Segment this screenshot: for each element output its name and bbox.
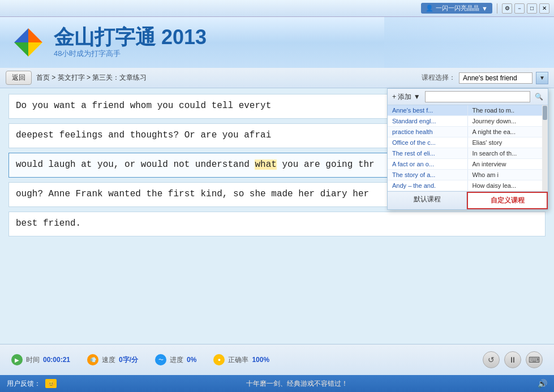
progress-icon: 〜 [155, 354, 166, 365]
logo-text: 金山打字通 2013 48小时成为打字高手 [54, 26, 207, 59]
dropdown-cell-left-2: practice health [388, 127, 468, 137]
svg-marker-1 [28, 28, 42, 42]
title-bar: 👤 一闪一闪亮晶晶 ▼ ⚙ － □ ✕ [0, 0, 554, 17]
svg-marker-4 [14, 28, 28, 42]
dropdown-list: Anne's best f... The road to m.. Standar… [388, 105, 548, 191]
accuracy-label: 正确率 [228, 355, 248, 365]
close-btn[interactable]: ✕ [539, 3, 549, 14]
progress-value: 0% [187, 356, 196, 364]
dropdown-cell-right-2: A night the ea... [468, 127, 548, 137]
text-content-5: best friend. [16, 218, 81, 229]
dropdown-item-7[interactable]: Andy – the and. How daisy lea... [388, 180, 548, 191]
dropdown-cell-right-0: The road to m.. [468, 105, 548, 115]
dropdown-item-2[interactable]: practice health A night the ea... [388, 127, 548, 137]
text-content-1: Do you want a friend whom you could tell… [16, 101, 271, 111]
dropdown-item-1[interactable]: Standard engl... Journey down... [388, 116, 548, 127]
feedback-smiley: 😊 [48, 381, 54, 387]
app-subtitle: 48小时成为打字高手 [54, 49, 207, 59]
text-content-2: deepest feelings and thoughts? Or are yo… [16, 130, 271, 140]
app-logo [11, 25, 45, 59]
divider [497, 3, 497, 14]
text-content-4: ough? Anne Frank wanted the first kind, … [16, 189, 369, 199]
title-bar-controls: 👤 一闪一闪亮晶晶 ▼ ⚙ － □ ✕ [421, 3, 549, 14]
settings-btn[interactable]: ⚙ [502, 3, 512, 14]
accuracy-icon: ● [213, 354, 225, 365]
feedback-label: 用户反馈： [7, 379, 41, 389]
dropdown-footer: 默认课程 自定义课程 [388, 191, 548, 209]
progress-label: 进度 [170, 355, 183, 365]
dropdown-cell-right-5: An interview [468, 159, 548, 169]
back-button[interactable]: 返回 [6, 71, 32, 85]
status-speed: 💨 速度 0字/分 [87, 354, 138, 365]
dropdown-item-0[interactable]: Anne's best f... The road to m.. [388, 105, 548, 116]
speed-label: 速度 [102, 355, 115, 365]
pause-btn[interactable]: ⏸ [504, 351, 521, 368]
course-selector: 课程选择： ▼ [422, 72, 548, 84]
status-controls: ↺ ⏸ ⌨ [483, 351, 543, 368]
user-label: 一闪一闪亮晶晶 [436, 4, 479, 12]
dropdown-cell-right-4: In search of th... [468, 148, 548, 158]
course-dropdown-panel: + 添加 ▼ 🔍 Anne's best f... The road to m.… [387, 88, 548, 210]
dropdown-cell-right-1: Journey down... [468, 116, 548, 126]
maximize-btn[interactable]: □ [527, 3, 537, 14]
keyboard-btn[interactable]: ⌨ [526, 351, 543, 368]
dropdown-cell-left-0: Anne's best f... [388, 105, 468, 115]
dropdown-item-5[interactable]: A fact or an o... An interview [388, 159, 548, 170]
scrollbar-thumb [543, 106, 547, 120]
dropdown-cell-left-1: Standard engl... [388, 116, 468, 126]
custom-course-btn[interactable]: 自定义课程 [467, 192, 548, 209]
time-icon: ▶ [11, 354, 23, 365]
speed-value: 0字/分 [119, 355, 138, 365]
dropdown-toolbar: + 添加 ▼ 🔍 [388, 89, 548, 105]
course-dropdown-toggle[interactable]: ▼ [536, 72, 548, 84]
user-icon: 👤 [426, 5, 433, 12]
app-header: 金山打字通 2013 48小时成为打字高手 [0, 17, 554, 68]
main-content: Do you want a friend whom you could tell… [0, 88, 554, 344]
logo-container: 金山打字通 2013 48小时成为打字高手 [11, 25, 207, 59]
time-label: 时间 [26, 355, 40, 365]
accuracy-value: 100% [252, 356, 269, 364]
dropdown-cell-right-3: Elias' story [468, 137, 548, 148]
text-line-5: best friend. [8, 212, 546, 236]
add-course-btn[interactable]: + 添加 ▼ [392, 92, 420, 102]
course-selector-label: 课程选择： [422, 73, 456, 83]
minimize-btn[interactable]: － [514, 3, 525, 14]
dropdown-cell-left-6: The story of a... [388, 170, 468, 180]
course-select-input[interactable] [459, 72, 532, 84]
dropdown-cell-left-7: Andy – the and. [388, 180, 468, 191]
status-time: ▶ 时间 00:00:21 [11, 354, 70, 365]
bottom-slogan: 十年磨一剑、经典游戏不容错过！ [246, 379, 348, 389]
text-content-3: would laugh at you, or would not underst… [16, 160, 375, 170]
breadcrumb-text: 首页 > 英文打字 > 第三关：文章练习 [36, 74, 147, 81]
dropdown-cell-right-6: Who am i [468, 170, 548, 180]
time-value: 00:00:21 [43, 356, 70, 364]
default-course-btn[interactable]: 默认课程 [388, 192, 467, 209]
user-dropdown-arrow[interactable]: ▼ [482, 5, 488, 12]
user-badge: 👤 一闪一闪亮晶晶 ▼ [421, 3, 492, 14]
svg-marker-2 [28, 42, 42, 57]
dropdown-cell-right-7: How daisy lea... [468, 180, 548, 191]
status-progress: 〜 进度 0% [155, 354, 196, 365]
dropdown-item-4[interactable]: The rest of eli... In search of th... [388, 148, 548, 159]
feedback-area: 用户反馈： 😊 [7, 379, 57, 389]
app-title: 金山打字通 2013 [54, 26, 207, 49]
restart-btn[interactable]: ↺ [483, 351, 500, 368]
breadcrumb: 首页 > 英文打字 > 第三关：文章练习 [36, 73, 147, 83]
header-bg-decoration [384, 17, 554, 68]
dropdown-cell-left-4: The rest of eli... [388, 148, 468, 158]
dropdown-cell-left-5: A fact or an o... [388, 159, 468, 169]
status-accuracy: ● 正确率 100% [213, 354, 269, 365]
dropdown-search-input[interactable] [425, 91, 530, 102]
status-bar: ▶ 时间 00:00:21 💨 速度 0字/分 〜 进度 0% ● 正确率 10… [0, 344, 554, 375]
dropdown-item-6[interactable]: The story of a... Who am i [388, 170, 548, 180]
speed-icon: 💨 [87, 354, 98, 365]
dropdown-item-3[interactable]: Office of the c... Elias' story [388, 137, 548, 148]
nav-bar: 返回 首页 > 英文打字 > 第三关：文章练习 课程选择： ▼ [0, 68, 554, 88]
search-icon: 🔍 [535, 93, 543, 101]
bottom-bar: 用户反馈： 😊 十年磨一剑、经典游戏不容错过！ 🔊 [0, 375, 554, 392]
dropdown-scrollbar[interactable] [542, 105, 548, 191]
dropdown-cell-left-3: Office of the c... [388, 137, 468, 148]
volume-btn[interactable]: 🔊 [538, 379, 547, 388]
svg-marker-3 [14, 42, 28, 57]
feedback-icon[interactable]: 😊 [45, 379, 57, 388]
